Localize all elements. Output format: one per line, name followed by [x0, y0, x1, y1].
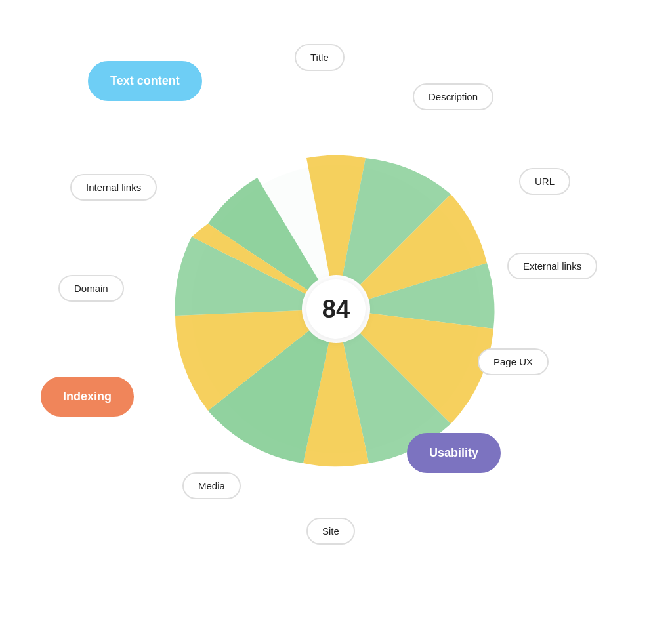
label-indexing: Indexing: [41, 377, 134, 417]
center-score: 84: [306, 279, 366, 339]
chart-container: 84 Text content Title Description URL Ex…: [41, 27, 631, 591]
label-internal-links: Internal links: [70, 174, 157, 201]
label-description: Description: [413, 83, 494, 110]
label-external-links: External links: [507, 253, 597, 279]
label-site: Site: [306, 518, 355, 545]
label-media: Media: [182, 472, 241, 499]
label-usability: Usability: [407, 433, 501, 473]
label-text-content: Text content: [88, 61, 202, 101]
label-url: URL: [519, 168, 570, 195]
label-title: Title: [295, 44, 345, 71]
label-page-ux: Page UX: [478, 348, 549, 375]
label-domain: Domain: [58, 275, 124, 302]
